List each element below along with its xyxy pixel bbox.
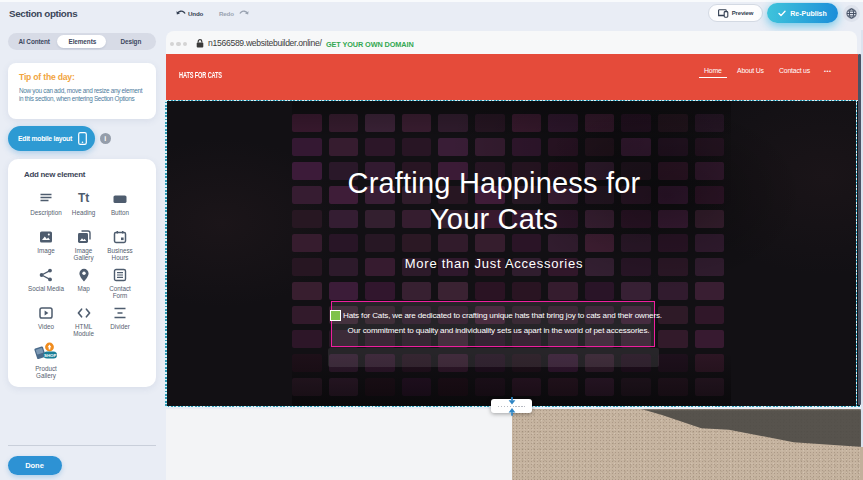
svg-text:SHOP: SHOP [44,353,57,358]
